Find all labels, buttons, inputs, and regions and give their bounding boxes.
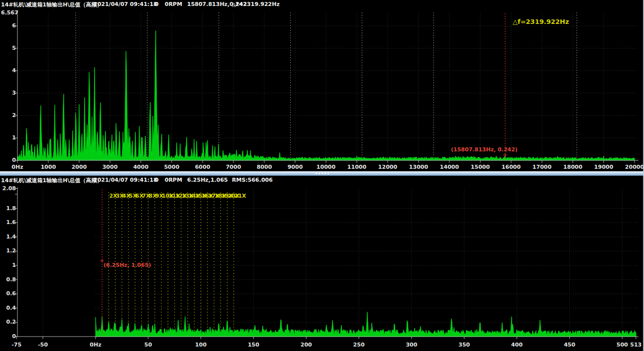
x-tick-label: 20000 xyxy=(621,164,644,170)
counter-value: 0 xyxy=(155,1,159,7)
y-tick-label: 1.4 xyxy=(1,234,16,240)
y-tick-label: 1 xyxy=(1,262,16,268)
high-freq-spectrum-plot[interactable] xyxy=(0,0,644,171)
pane-splitter[interactable] xyxy=(0,171,644,176)
cursor-label-bottom: (6.25Hz, 1.065) xyxy=(104,262,151,268)
x-tick-label: 0Hz xyxy=(82,342,109,348)
y-tick-label: 3 xyxy=(1,90,16,96)
x-tick-label: 400 xyxy=(503,342,531,348)
harmonic-marker-label: 21X xyxy=(234,193,246,199)
x-tick-label: 12000 xyxy=(374,164,402,170)
x-tick-label: 3000 xyxy=(96,164,124,170)
x-tick-label: 513 xyxy=(622,342,644,348)
y-tick-label: 6.567 xyxy=(1,9,16,16)
y-tick-label: 0.4 xyxy=(1,305,16,311)
x-tick-label: 150 xyxy=(239,342,267,348)
delta-f-annotation: △f=2319.922Hz xyxy=(513,18,569,25)
x-tick-label: -75 xyxy=(2,342,30,348)
y-tick-label: 2.08 xyxy=(1,185,16,192)
x-tick-label: 250 xyxy=(345,342,373,348)
x-tick-label: 13000 xyxy=(405,164,432,170)
x-tick-label: 0Hz xyxy=(3,164,31,170)
timestamp: 2021/04/07 09:41:18 xyxy=(94,1,157,7)
pane-header-top: 14#轧机\减速箱1轴输出H\总值（高频） 2021/04/07 09:41:1… xyxy=(0,0,644,8)
envelope-spectrum-pane: 14#轧机\减速箱1轴输出H\总值（高频） 2021/04/07 09:41:1… xyxy=(0,176,644,351)
y-tick-label: 1.8 xyxy=(1,205,16,212)
channel-title: 14#轧机\减速箱1轴输出H\总值（高频） xyxy=(1,177,102,184)
x-tick-label: 6000 xyxy=(189,164,216,170)
x-tick-label: 17000 xyxy=(528,164,556,170)
x-tick-label: -50 xyxy=(29,342,57,348)
y-tick-label: 1.6 xyxy=(1,219,16,226)
x-tick-label: 100 xyxy=(187,342,215,348)
counter-value: 0 xyxy=(155,177,159,183)
delta-f-readout: △f=2319.922Hz xyxy=(232,1,280,7)
vibration-analyzer-window: 14#轧机\减速箱1轴输出H\总值（高频） 2021/04/07 09:41:1… xyxy=(0,0,644,351)
x-tick-label: 450 xyxy=(555,342,583,348)
x-tick-label: 16000 xyxy=(497,164,525,170)
y-tick-label: 4 xyxy=(1,67,16,74)
y-tick-label: 0 xyxy=(1,157,16,163)
y-tick-label: 6 xyxy=(1,22,16,29)
y-tick-label: 0.2 xyxy=(1,319,16,325)
x-tick-label: 7000 xyxy=(219,164,247,170)
rpm-value: 0RPM xyxy=(165,177,182,183)
x-tick-label: 9000 xyxy=(281,164,309,170)
x-tick-label: 300 xyxy=(398,342,426,348)
channel-title: 14#轧机\减速箱1轴输出H\总值（高频） xyxy=(1,1,102,8)
timestamp: 2021/04/07 09:41:18 xyxy=(94,177,157,183)
x-tick-label: 1000 xyxy=(34,164,62,170)
x-tick-label: 4000 xyxy=(127,164,155,170)
x-tick-label: 50 xyxy=(134,342,162,348)
x-tick-label: 15000 xyxy=(466,164,494,170)
x-tick-label: 5000 xyxy=(158,164,186,170)
x-tick-label: 200 xyxy=(292,342,320,348)
x-tick-label: 10000 xyxy=(312,164,340,170)
y-tick-label: 2 xyxy=(1,112,16,118)
envelope-spectrum-plot[interactable] xyxy=(0,176,644,351)
y-tick-label: 1.2 xyxy=(1,247,16,254)
y-tick-label: 0.8 xyxy=(1,276,16,283)
cursor-label-top: (15807.813Hz, 0.242) xyxy=(451,146,518,153)
x-tick-label: 19000 xyxy=(590,164,618,170)
x-tick-label: 8000 xyxy=(250,164,278,170)
cursor-readout: 6.25Hz,1.065 xyxy=(187,177,228,183)
rms-readout: RMS:566.006 xyxy=(232,177,273,183)
x-tick-label: 350 xyxy=(450,342,478,348)
x-tick-label: 11000 xyxy=(343,164,371,170)
y-tick-label: 0.6 xyxy=(1,290,16,297)
high-freq-spectrum-pane: 14#轧机\减速箱1轴输出H\总值（高频） 2021/04/07 09:41:1… xyxy=(0,0,644,171)
splitter-grip-icon xyxy=(316,173,329,174)
pane-header-bottom: 14#轧机\减速箱1轴输出H\总值（高频） 2021/04/07 09:41:1… xyxy=(0,176,644,184)
y-tick-label: 0 xyxy=(1,333,16,340)
rpm-value: 0RPM xyxy=(165,1,182,7)
x-tick-label: 18000 xyxy=(559,164,587,170)
y-tick-label: 1 xyxy=(1,134,16,141)
x-tick-label: 14000 xyxy=(435,164,463,170)
x-tick-label: 2000 xyxy=(65,164,93,170)
y-tick-label: 5 xyxy=(1,45,16,51)
